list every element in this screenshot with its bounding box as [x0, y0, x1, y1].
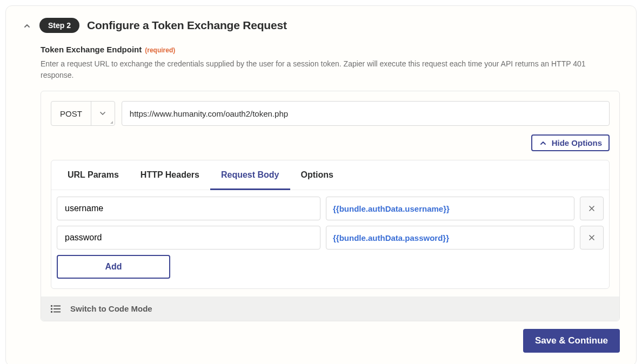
chevron-up-icon: [539, 139, 547, 147]
list-icon: [51, 305, 61, 313]
step-card: Step 2 Configure a Token Exchange Reques…: [5, 5, 637, 364]
options-toggle-row: Hide Options: [51, 134, 610, 151]
endpoint-url-input[interactable]: [122, 101, 610, 126]
tab-url-params[interactable]: URL Params: [57, 160, 130, 190]
add-row-button[interactable]: Add: [57, 255, 170, 279]
endpoint-label: Token Exchange Endpoint: [41, 45, 142, 54]
tab-options[interactable]: Options: [290, 160, 344, 190]
http-method-dropdown-trigger[interactable]: [91, 102, 115, 125]
save-continue-button[interactable]: Save & Continue: [523, 329, 620, 353]
body-param-row: {{bundle.authData.username}}: [57, 197, 604, 220]
tab-http-headers[interactable]: HTTP Headers: [130, 160, 210, 190]
body-param-key-input[interactable]: [57, 226, 320, 250]
step-header: Step 2 Configure a Token Exchange Reques…: [22, 18, 620, 33]
http-method-value: POST: [51, 102, 91, 125]
request-tabs-panel: URL Params HTTP Headers Request Body Opt…: [51, 160, 610, 289]
chevron-up-icon: [23, 22, 31, 30]
step-badge: Step 2: [39, 18, 79, 33]
chevron-down-icon: [98, 109, 107, 118]
required-tag: (required): [145, 46, 175, 54]
step-title: Configure a Token Exchange Request: [87, 19, 287, 32]
svg-rect-7: [54, 308, 61, 309]
remove-row-button[interactable]: [580, 226, 604, 250]
method-url-row: POST: [51, 101, 610, 126]
hide-options-button[interactable]: Hide Options: [531, 134, 610, 151]
remove-row-button[interactable]: [580, 197, 604, 220]
svg-rect-9: [54, 311, 61, 312]
svg-rect-6: [51, 308, 52, 309]
svg-rect-4: [51, 305, 52, 307]
hide-options-label: Hide Options: [552, 138, 602, 147]
body-param-key-input[interactable]: [57, 197, 320, 220]
body-param-value-token: {{bundle.authData.username}}: [333, 204, 450, 213]
http-method-select[interactable]: POST: [51, 101, 115, 126]
code-mode-label: Switch to Code Mode: [70, 304, 152, 313]
footer-row: Save & Continue: [41, 329, 620, 353]
tab-body: {{bundle.authData.username}} {{bundle.au…: [51, 190, 609, 288]
close-icon: [587, 233, 596, 242]
collapse-toggle[interactable]: [22, 21, 32, 31]
tabs-header: URL Params HTTP Headers Request Body Opt…: [51, 160, 609, 190]
body-param-value-input[interactable]: {{bundle.authData.username}}: [326, 197, 574, 220]
request-config-box: POST Hide Options URL Params HTTP Header…: [41, 91, 620, 321]
svg-rect-8: [51, 311, 52, 313]
close-icon: [587, 204, 596, 213]
body-param-row: {{bundle.authData.password}}: [57, 226, 604, 250]
step-content: Token Exchange Endpoint (required) Enter…: [22, 45, 620, 353]
body-param-value-input[interactable]: {{bundle.authData.password}}: [326, 226, 574, 250]
svg-rect-5: [54, 305, 61, 306]
code-mode-bar[interactable]: Switch to Code Mode: [41, 296, 619, 321]
field-label-row: Token Exchange Endpoint (required): [41, 45, 620, 54]
endpoint-help-text: Enter a request URL to exchange the cred…: [41, 58, 620, 81]
tab-request-body[interactable]: Request Body: [210, 160, 290, 190]
body-param-value-token: {{bundle.authData.password}}: [333, 233, 449, 242]
